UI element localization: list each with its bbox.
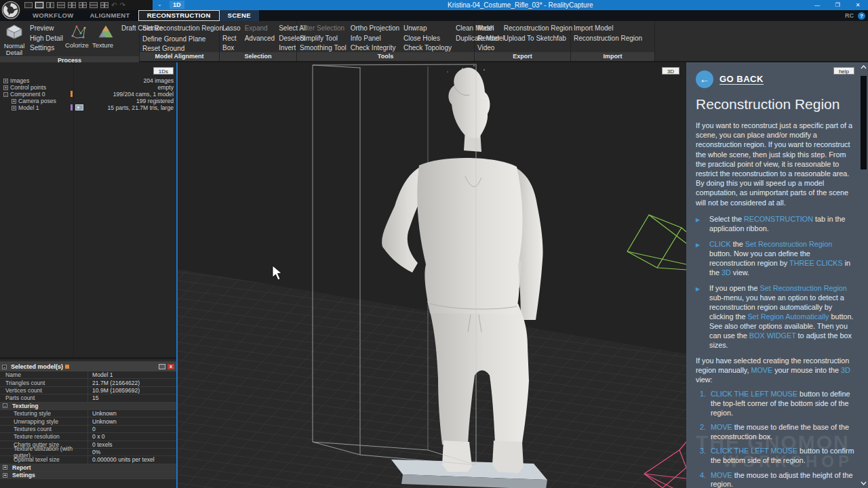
minimize-button[interactable]: — — [807, 0, 827, 10]
ribbon-button-rect[interactable]: Rect — [222, 35, 241, 42]
layout-columns-icon[interactable] — [35, 2, 43, 8]
prop-row-textures-count[interactable]: Textures count0 — [0, 426, 176, 433]
tab-scene[interactable]: SCENE — [220, 10, 259, 21]
tree-item-component-0[interactable]: -Component 0199/204 cams, 1 model — [0, 91, 176, 98]
tree-expander-icon[interactable]: + — [3, 79, 8, 83]
help-link[interactable]: THREE CLICKS — [789, 259, 843, 267]
layout-wide-icon[interactable] — [90, 2, 98, 8]
tree-item-camera-poses[interactable]: +Camera poses199 registered — [0, 98, 176, 104]
section-expander-icon[interactable]: + — [3, 465, 7, 470]
tree-item-model-1[interactable]: +Model 115 parts, 21.7M tris, large — [0, 104, 176, 111]
ribbon-button-video[interactable]: Video — [477, 44, 500, 52]
scrollbar-thumb[interactable] — [861, 76, 867, 169]
go-back-icon[interactable]: ← — [696, 70, 713, 88]
prop-section-settings[interactable]: +Settings — [0, 472, 176, 479]
tree-item-control-points[interactable]: +Control pointsempty — [0, 84, 176, 91]
help-link[interactable]: MOVE — [751, 366, 772, 374]
ribbon-button-advanced[interactable]: Advanced — [245, 35, 275, 42]
viewport-tab[interactable]: 3D — [662, 67, 679, 75]
ribbon-button-upload-to-sketchfab[interactable]: Upload To Sketchfab — [504, 35, 572, 42]
ribbon-button-check-topology[interactable]: Check Topology — [403, 44, 452, 52]
scene-tree-panel[interactable]: 1Ds +Images204 images+Control pointsempt… — [0, 62, 176, 359]
help-scrollbar[interactable] — [859, 62, 868, 488]
prop-row-texture-utilization-with-gutter[interactable]: Texture utilization (with gutter)0% — [0, 449, 176, 456]
help-link[interactable]: Set Reconstruction Region — [760, 284, 846, 292]
ribbon-button-box[interactable]: Box — [222, 44, 241, 52]
section-expander-icon[interactable]: - — [3, 403, 7, 408]
prop-row-optimal-texel-size[interactable]: Optimal texel size0.000000 units per tex… — [0, 456, 176, 464]
ribbon-button-close-holes[interactable]: Close Holes — [403, 35, 452, 42]
tree-item-images[interactable]: +Images204 images — [0, 77, 176, 84]
ribbon-toggle-icon[interactable]: ⌄ — [157, 1, 162, 7]
close-button[interactable]: ✕ — [848, 0, 868, 10]
ribbon-button-reconstruction-region[interactable]: Reconstruction Region — [574, 35, 642, 42]
ribbon-button-define-ground-plane[interactable]: Define Ground Plane — [142, 35, 227, 43]
tab-workflow[interactable]: WORKFLOW — [24, 10, 81, 21]
layout-two-pane-icon[interactable] — [46, 2, 54, 8]
prop-row-unwrapping-style[interactable]: Unwrapping styleUnknown — [0, 418, 176, 425]
ribbon-button-import-model[interactable]: Import Model — [574, 24, 642, 32]
ribbon-button-mesh[interactable]: Mesh — [477, 24, 500, 32]
ribbon-button-ortho-projection[interactable]: Ortho Projection — [351, 24, 399, 32]
ribbon-button-unwrap[interactable]: Unwrap — [403, 24, 452, 32]
ribbon-button-filter-selection[interactable]: Filter Selection — [300, 24, 347, 32]
help-link[interactable]: CLICK THE LEFT MOUSE — [711, 390, 797, 398]
dock-panel-icon[interactable] — [159, 364, 165, 369]
ribbon-button-reconstruction-region[interactable]: Reconstruction Region — [504, 24, 572, 32]
ribbon-button-expand[interactable]: Expand — [245, 24, 275, 32]
scroll-up-icon[interactable] — [861, 65, 867, 69]
tab-alignment[interactable]: ALIGNMENT — [81, 10, 138, 21]
prop-row-parts-count[interactable]: Parts count15 — [0, 394, 176, 402]
layout-mosaic-icon[interactable] — [100, 2, 108, 8]
help-link[interactable]: MOVE — [711, 471, 732, 479]
ribbon-button-normal-detail[interactable]: Normal Detail — [3, 22, 26, 56]
ribbon-button-reset-ground[interactable]: Reset Ground — [142, 45, 227, 52]
scroll-down-icon[interactable] — [861, 481, 867, 485]
prop-section-texturing[interactable]: -Texturing — [0, 403, 176, 410]
tree-expander-icon[interactable]: + — [12, 99, 16, 104]
viewport-3d[interactable]: 3D — [176, 62, 686, 488]
ribbon-button-simplify-tool[interactable]: Simplify Tool — [300, 35, 347, 42]
selected-model-panel-header[interactable]: - Selected model(s) x — [0, 362, 176, 371]
ribbon-button-preview[interactable]: Preview — [30, 24, 63, 32]
ribbon-button-check-integrity[interactable]: Check Integrity — [351, 44, 399, 52]
ribbon-button-set-reconstruction-region[interactable]: Set Reconstruction Region▾ — [142, 24, 227, 33]
ribbon-button-texture[interactable]: Texture — [94, 22, 117, 56]
help-link[interactable]: Set Reconstruction Region — [745, 240, 832, 248]
layout-split-icon[interactable] — [68, 2, 76, 8]
ribbon-button-colorize[interactable]: Colorize — [67, 22, 90, 56]
close-panel-icon[interactable]: x — [167, 364, 174, 369]
collapse-panel-icon[interactable]: - — [2, 365, 7, 369]
prop-row-name[interactable]: NameModel 1 — [0, 371, 176, 379]
ribbon-button-render[interactable]: Render — [477, 35, 500, 42]
help-link[interactable]: 3D — [841, 366, 850, 374]
help-link[interactable]: CLICK THE LEFT MOUSE — [711, 447, 797, 455]
prop-row-triangles-count[interactable]: Triangles count21.7M (21664622) — [0, 379, 176, 386]
ribbon-button-info-panel[interactable]: Info Panel — [351, 35, 399, 42]
prop-row-texture-resolution[interactable]: Texture resolution0 x 0 — [0, 433, 176, 441]
layout-list-icon[interactable] — [57, 2, 65, 8]
prop-row-vertices-count[interactable]: Vertices count10.9M (10859692) — [0, 387, 176, 394]
go-back-link[interactable]: GO BACK — [719, 74, 764, 85]
tree-panel-tab[interactable]: 1Ds — [153, 67, 174, 75]
layout-single-icon[interactable] — [24, 2, 33, 8]
undo-icon[interactable]: ↶ — [111, 2, 117, 8]
prop-section-report[interactable]: +Report — [0, 464, 176, 472]
help-link[interactable]: 3D — [722, 268, 731, 277]
help-link[interactable]: CLICK — [709, 240, 731, 248]
help-link[interactable]: BOX WIDGET — [749, 331, 796, 340]
ribbon-button-settings[interactable]: Settings — [30, 44, 63, 52]
redo-icon[interactable]: ↷ — [119, 2, 125, 8]
section-expander-icon[interactable]: + — [3, 473, 7, 478]
help-link[interactable]: RECONSTRUCTION — [744, 215, 813, 223]
help-icon[interactable]: ? — [858, 12, 865, 20]
ribbon-button-lasso[interactable]: Lasso — [222, 24, 241, 32]
help-link[interactable]: Set Region Automatically — [747, 312, 829, 321]
tree-expander-icon[interactable]: + — [12, 106, 16, 110]
layout-grid-icon[interactable] — [79, 2, 87, 8]
tree-expander-icon[interactable]: - — [3, 92, 8, 97]
tree-expander-icon[interactable]: + — [3, 85, 8, 90]
ribbon-button-high-detail[interactable]: High Detail — [30, 35, 63, 42]
ribbon-button-smoothing-tool[interactable]: Smoothing Tool — [300, 44, 347, 52]
prop-row-texturing-style[interactable]: Texturing styleUnknown — [0, 410, 176, 418]
